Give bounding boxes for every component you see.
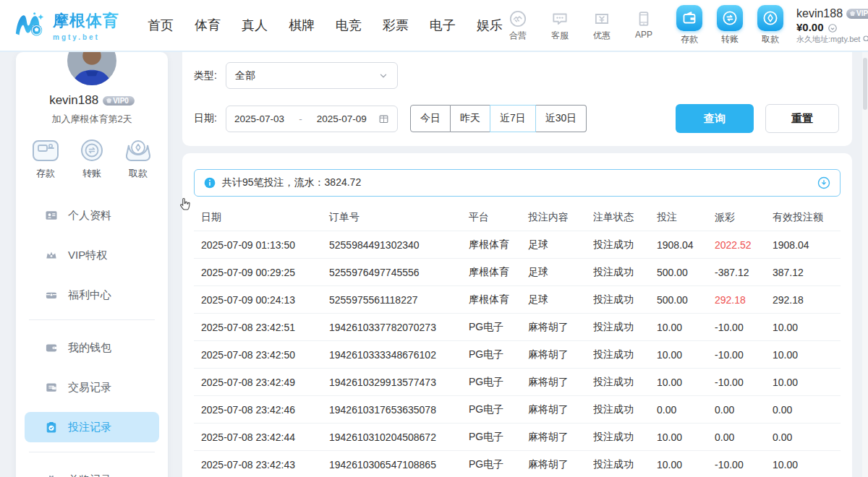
sidebar-item-6[interactable]: R兑奖记录 xyxy=(25,465,159,477)
sidebar-item-1[interactable]: VIP特权 xyxy=(25,240,159,270)
sidebar-item-label: VIP特权 xyxy=(68,249,107,262)
page-scrollbar[interactable] xyxy=(862,52,868,477)
col-header-0: 日期 xyxy=(194,211,329,224)
cell-bet: 10.00 xyxy=(657,377,715,388)
cell-status: 投注成功 xyxy=(593,376,657,389)
cell-content: 麻将胡了 xyxy=(528,458,593,471)
cell-content: 麻将胡了 xyxy=(528,321,593,334)
sidebar-quick-1[interactable]: 转账 xyxy=(77,138,106,180)
deposit-icon xyxy=(676,5,702,31)
cell-order: 1942610329913577473 xyxy=(329,377,469,388)
cell-status: 投注成功 xyxy=(593,458,657,471)
header-action-1[interactable]: 转账 xyxy=(717,5,743,46)
sidebar-quick-0[interactable]: 存款 xyxy=(31,138,60,180)
type-select[interactable]: 全部 xyxy=(226,62,398,89)
cell-date: 2025-07-08 23:42:44 xyxy=(194,431,329,443)
cell-platform: PG电子 xyxy=(469,376,528,389)
sidebar-item-4[interactable]: 交易记录 xyxy=(25,372,159,403)
sidebar: kevin188 VIP0 加入摩根体育第2天 存款转账取款 个人资料VIP特权… xyxy=(16,52,168,477)
header-link-1[interactable]: 客服 xyxy=(545,9,575,42)
cell-bet: 0.00 xyxy=(657,404,715,416)
cell-order: 1942610306547108865 xyxy=(329,459,469,470)
header-action-label: 取款 xyxy=(762,33,779,46)
header-action-0[interactable]: 存款 xyxy=(676,5,702,46)
header-link-3[interactable]: APP xyxy=(629,9,659,42)
table-row: 2025-07-08 23:42:501942610333348676102PG… xyxy=(194,340,841,368)
type-label: 类型: xyxy=(194,69,226,82)
transfer-outline-icon xyxy=(77,138,106,163)
header-link-label: 客服 xyxy=(551,30,569,42)
prize-icon: R xyxy=(44,473,59,477)
cell-payout: -387.12 xyxy=(715,267,773,278)
cell-bet: 500.00 xyxy=(657,294,715,306)
query-button[interactable]: 查询 xyxy=(676,104,754,133)
quick-range-3[interactable]: 近30日 xyxy=(536,105,587,132)
sidebar-item-2[interactable]: 福利中心 xyxy=(25,280,159,310)
cell-content: 麻将胡了 xyxy=(528,403,593,416)
nav-item-5[interactable]: 彩票 xyxy=(383,17,409,34)
cell-platform: PG电子 xyxy=(469,321,528,334)
cell-payout: -10.00 xyxy=(715,322,773,333)
cell-payout: 2022.52 xyxy=(715,239,773,251)
search-domain-icon[interactable] xyxy=(862,35,868,43)
vip-badge: VIP0 xyxy=(846,9,868,20)
cell-status: 投注成功 xyxy=(593,403,657,416)
header-link-2[interactable]: 优惠 xyxy=(587,9,617,42)
nav-item-1[interactable]: 体育 xyxy=(195,17,221,34)
site-logo[interactable]: 摩根体育 mgty.bet xyxy=(13,9,135,42)
nav-item-4[interactable]: 电竞 xyxy=(336,17,362,34)
scrollbar-thumb[interactable] xyxy=(863,58,867,110)
sidebar-item-3[interactable]: 我的钱包 xyxy=(25,332,159,363)
permanent-domain: 永久地址:mgty.bet xyxy=(796,35,860,45)
username[interactable]: kevin188 xyxy=(796,7,843,21)
id-card-icon xyxy=(44,208,59,223)
cell-order: 5255976497745556 xyxy=(329,267,469,278)
quick-range-2[interactable]: 近7日 xyxy=(490,105,536,132)
cell-order: 1942610317653635078 xyxy=(329,404,469,416)
bet-records-panel: 共计95笔投注，流水：3824.72 日期订单号平台投注内容注单状态投注派彩有效… xyxy=(182,153,852,477)
cell-platform: PG电子 xyxy=(469,403,528,416)
sidebar-quick-label: 取款 xyxy=(129,167,148,180)
cell-valid: 10.00 xyxy=(773,377,841,388)
cell-payout: 0.00 xyxy=(715,404,773,416)
date-label: 日期: xyxy=(194,112,226,125)
table-row: 2025-07-08 23:42:431942610306547108865PG… xyxy=(194,450,841,477)
logo-subtitle: mgty.bet xyxy=(53,33,119,41)
col-header-2: 平台 xyxy=(469,211,528,224)
logo-text: 摩根体育 mgty.bet xyxy=(53,10,119,41)
nav-item-6[interactable]: 电子 xyxy=(430,17,456,34)
cell-status: 投注成功 xyxy=(593,293,657,306)
nav-item-7[interactable]: 娱乐 xyxy=(477,17,503,34)
header-link-label: APP xyxy=(635,30,652,40)
cell-valid: 10.00 xyxy=(773,322,841,333)
cell-payout: -10.00 xyxy=(715,377,773,388)
nav-item-2[interactable]: 真人 xyxy=(242,17,268,34)
date-range-input[interactable]: 2025-07-03 - 2025-07-09 xyxy=(226,106,398,132)
nav-item-3[interactable]: 棋牌 xyxy=(289,17,315,34)
header-link-0[interactable]: 合营 xyxy=(503,9,533,42)
col-header-7: 有效投注额 xyxy=(773,211,841,224)
header-action-2[interactable]: 取款 xyxy=(757,5,783,46)
cell-payout: 0.00 xyxy=(715,431,773,443)
nav-item-0[interactable]: 首页 xyxy=(148,17,174,34)
sidebar-quick-2[interactable]: 取款 xyxy=(124,138,153,180)
sidebar-item-0[interactable]: 个人资料 xyxy=(25,200,159,231)
sidebar-item-5[interactable]: 投注记录 xyxy=(25,412,159,442)
cell-bet: 500.00 xyxy=(657,267,715,278)
quick-range-1[interactable]: 昨天 xyxy=(451,105,490,132)
header-quick-links: 合营客服优惠APP xyxy=(503,9,659,42)
refresh-balance-icon[interactable] xyxy=(827,22,838,33)
cell-order: 5255984491302340 xyxy=(329,239,469,251)
reset-button[interactable]: 重置 xyxy=(765,104,839,133)
quick-range-0[interactable]: 今日 xyxy=(410,105,451,132)
deposit-outline-icon xyxy=(31,138,60,163)
download-icon[interactable] xyxy=(817,176,830,189)
cell-bet: 1908.04 xyxy=(657,239,715,251)
cell-valid: 292.18 xyxy=(773,294,841,306)
logo-title: 摩根体育 xyxy=(53,10,119,32)
table-row: 2025-07-09 00:24:135255975561118227摩根体育足… xyxy=(194,285,841,313)
app-icon xyxy=(634,9,653,28)
sidebar-quick-label: 转账 xyxy=(82,167,101,180)
sidebar-vip-badge: VIP0 xyxy=(103,96,135,106)
sidebar-menu: 个人资料VIP特权福利中心我的钱包交易记录投注记录R兑奖记录 xyxy=(16,200,168,477)
